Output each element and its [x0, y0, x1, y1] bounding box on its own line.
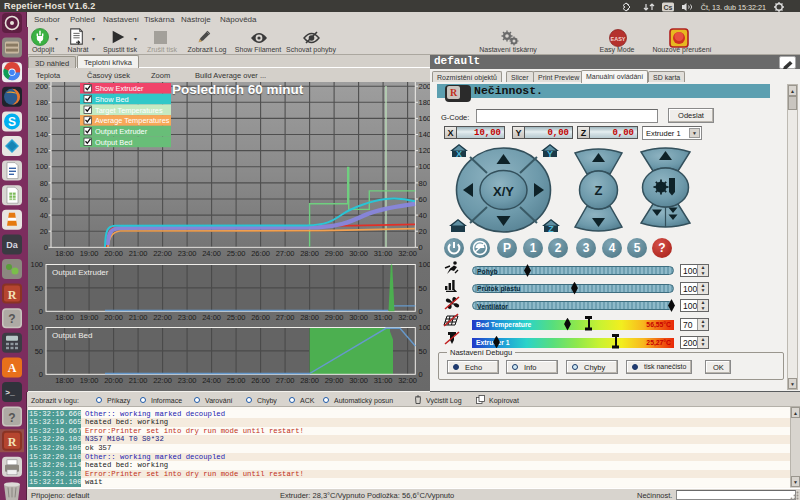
svg-text:100: 100	[35, 162, 48, 171]
svg-text:19:00: 19:00	[80, 249, 99, 258]
svg-text:200: 200	[35, 82, 48, 91]
svg-text:19:00: 19:00	[80, 376, 99, 385]
svg-text:0: 0	[419, 307, 423, 316]
svg-text:X: X	[456, 149, 462, 159]
svg-text:20:00: 20:00	[104, 376, 123, 385]
svg-text:0: 0	[419, 243, 423, 252]
svg-text:160: 160	[419, 114, 431, 123]
svg-text:23:00: 23:00	[178, 376, 197, 385]
svg-text:27:00: 27:00	[276, 376, 295, 385]
svg-text:26:00: 26:00	[251, 249, 270, 258]
svg-text:Output Extruder: Output Extruder	[95, 127, 148, 136]
svg-text:28:00: 28:00	[300, 249, 319, 258]
svg-text:100: 100	[30, 260, 43, 269]
svg-text:50: 50	[35, 284, 43, 293]
svg-text:31:00: 31:00	[374, 313, 393, 322]
svg-text:29:00: 29:00	[325, 376, 344, 385]
svg-text:50: 50	[419, 347, 427, 356]
svg-text:Y: Y	[547, 149, 553, 159]
svg-text:X/Y: X/Y	[493, 184, 514, 199]
svg-text:160: 160	[35, 114, 48, 123]
svg-text:28:00: 28:00	[300, 376, 319, 385]
svg-text:0: 0	[39, 307, 43, 316]
svg-text:Z: Z	[595, 183, 603, 198]
svg-text:Da: Da	[6, 240, 18, 250]
svg-text:80: 80	[419, 179, 427, 188]
svg-text:18:00: 18:00	[55, 249, 74, 258]
svg-text:29:00: 29:00	[325, 249, 344, 258]
svg-text:30:00: 30:00	[349, 313, 368, 322]
svg-text:Target Temperatures: Target Temperatures	[95, 106, 163, 115]
svg-text:Posledních 60 minut: Posledních 60 minut	[172, 82, 304, 97]
svg-text:100: 100	[419, 323, 431, 332]
svg-text:20: 20	[419, 227, 427, 236]
svg-text:50: 50	[35, 347, 43, 356]
svg-text:32:00: 32:00	[398, 249, 417, 258]
svg-text:0: 0	[419, 370, 423, 379]
svg-text:26:00: 26:00	[251, 376, 270, 385]
svg-text:24:00: 24:00	[202, 313, 221, 322]
svg-text:22:00: 22:00	[153, 376, 172, 385]
svg-text:80: 80	[40, 179, 48, 188]
svg-text:31:00: 31:00	[374, 376, 393, 385]
svg-text:Cs: Cs	[664, 3, 673, 10]
svg-text:Show Extruder: Show Extruder	[95, 84, 144, 93]
svg-text:20:00: 20:00	[104, 249, 123, 258]
svg-text:Z: Z	[548, 224, 554, 234]
svg-text:140: 140	[35, 130, 48, 139]
svg-text:18:00: 18:00	[55, 376, 74, 385]
svg-text:23:00: 23:00	[178, 313, 197, 322]
svg-text:18:00: 18:00	[55, 313, 74, 322]
svg-text:22:00: 22:00	[153, 249, 172, 258]
svg-text:25:00: 25:00	[227, 376, 246, 385]
svg-text:>_: >_	[5, 388, 15, 397]
svg-text:25:00: 25:00	[227, 249, 246, 258]
svg-text:50: 50	[419, 284, 427, 293]
svg-text:29:00: 29:00	[325, 313, 344, 322]
svg-text:60: 60	[40, 195, 48, 204]
svg-text:40: 40	[419, 211, 427, 220]
svg-text:180: 180	[35, 98, 48, 107]
svg-text:EASY: EASY	[611, 36, 626, 42]
svg-text:120: 120	[419, 146, 431, 155]
svg-text:100: 100	[419, 162, 431, 171]
svg-text:21:00: 21:00	[129, 313, 148, 322]
svg-text:Output Bed: Output Bed	[52, 331, 92, 340]
svg-text:100: 100	[30, 323, 43, 332]
svg-text:26:00: 26:00	[251, 313, 270, 322]
svg-text:20: 20	[40, 227, 48, 236]
svg-text:28:00: 28:00	[300, 313, 319, 322]
svg-text:60: 60	[419, 195, 427, 204]
svg-text:0: 0	[39, 370, 43, 379]
svg-text:21:00: 21:00	[129, 249, 148, 258]
svg-text:19:00: 19:00	[80, 313, 99, 322]
svg-text:24:00: 24:00	[202, 249, 221, 258]
svg-text:25:00: 25:00	[227, 313, 246, 322]
svg-text:200: 200	[419, 82, 431, 91]
svg-text:140: 140	[419, 130, 431, 139]
svg-text:120: 120	[35, 146, 48, 155]
svg-text:Average Temperatures: Average Temperatures	[95, 116, 170, 125]
svg-text:24:00: 24:00	[202, 376, 221, 385]
svg-text:27:00: 27:00	[276, 313, 295, 322]
svg-text:32:00: 32:00	[398, 313, 417, 322]
svg-text:180: 180	[419, 98, 431, 107]
svg-text:Output Extruder: Output Extruder	[52, 268, 109, 277]
svg-text:21:00: 21:00	[129, 376, 148, 385]
svg-text:40: 40	[40, 211, 48, 220]
svg-text:20:00: 20:00	[104, 313, 123, 322]
svg-text:A: A	[8, 361, 17, 375]
svg-text:100: 100	[419, 260, 431, 269]
svg-text:23:00: 23:00	[178, 249, 197, 258]
svg-text:32:00: 32:00	[398, 376, 417, 385]
svg-text:30:00: 30:00	[349, 376, 368, 385]
svg-text:31:00: 31:00	[374, 249, 393, 258]
svg-text:30:00: 30:00	[349, 249, 368, 258]
svg-text:27:00: 27:00	[276, 249, 295, 258]
svg-text:0: 0	[44, 243, 48, 252]
svg-text:22:00: 22:00	[153, 313, 172, 322]
svg-text:Output Bed: Output Bed	[95, 138, 132, 147]
svg-text:Show Bed: Show Bed	[95, 95, 129, 104]
svg-text:S: S	[8, 115, 16, 129]
